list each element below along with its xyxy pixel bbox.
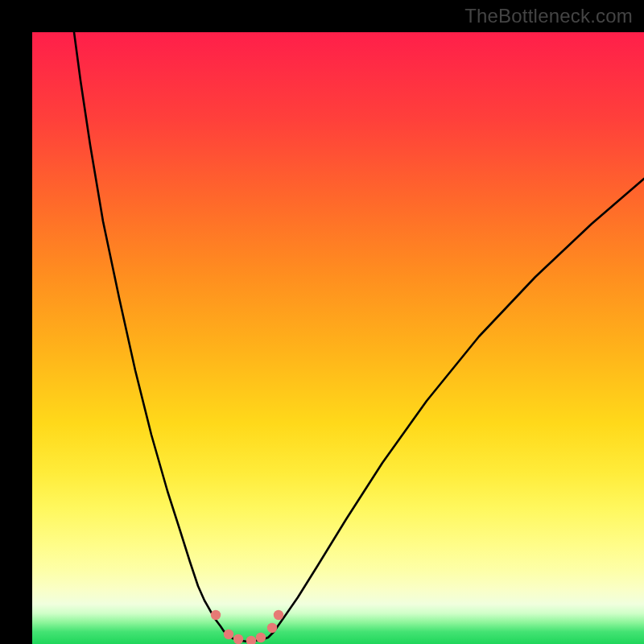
curve-marker bbox=[267, 623, 277, 633]
curve-path bbox=[74, 32, 644, 642]
curve-marker bbox=[211, 610, 221, 620]
chart-frame: TheBottleneck.com bbox=[0, 0, 644, 644]
curve-marker bbox=[274, 610, 283, 620]
curve-marker bbox=[246, 636, 256, 644]
plot-area bbox=[32, 32, 644, 644]
curve-marker bbox=[256, 633, 266, 642]
watermark-text: TheBottleneck.com bbox=[464, 5, 633, 27]
bottleneck-curve bbox=[32, 32, 644, 644]
curve-marker bbox=[224, 630, 233, 639]
curve-marker bbox=[233, 634, 243, 644]
